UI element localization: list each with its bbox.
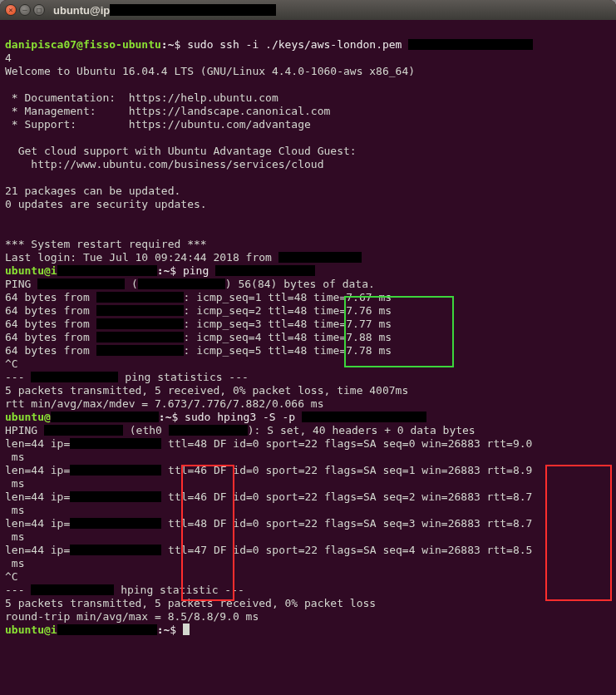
redacted bbox=[70, 438, 161, 449]
redacted bbox=[37, 278, 125, 289]
output: : icmp_seq=2 ttl=48 time=7.76 ms bbox=[184, 304, 392, 317]
output: : icmp_seq=4 ttl=48 time=7.88 ms bbox=[184, 331, 392, 343]
cursor bbox=[183, 624, 190, 635]
output: ^C bbox=[5, 357, 18, 370]
redacted bbox=[96, 345, 184, 356]
output: ( bbox=[125, 278, 138, 290]
output: ) 56(84) bytes of data. bbox=[225, 278, 375, 290]
output: Get cloud support with Ubuntu Advantage … bbox=[5, 145, 357, 157]
prompt-dollar: $ bbox=[171, 411, 185, 423]
output: 64 bytes from bbox=[5, 344, 96, 357]
prompt-user: danipisca07@fisso-ubuntu bbox=[5, 38, 161, 51]
minimize-icon: – bbox=[22, 7, 27, 14]
output: len=44 ip= bbox=[5, 544, 70, 556]
prompt-path: ~ bbox=[168, 38, 175, 51]
output: ping statistics --- bbox=[118, 371, 249, 383]
output: 4 bbox=[5, 52, 12, 64]
output: 64 bytes from bbox=[5, 318, 96, 330]
redacted bbox=[70, 465, 161, 476]
output: len=44 ip= bbox=[5, 490, 70, 503]
output: http://www.ubuntu.com/business/services/… bbox=[5, 158, 324, 170]
output: ttl=46 DF id=0 sport=22 flags=SA seq=1 w… bbox=[161, 464, 532, 476]
output: ttl=48 DF id=0 sport=22 flags=SA seq=0 w… bbox=[161, 437, 532, 450]
output: ms bbox=[5, 530, 24, 543]
output: ttl=47 DF id=0 sport=22 flags=SA seq=4 w… bbox=[161, 544, 532, 556]
output: rtt min/avg/max/mdev = 7.673/7.776/7.882… bbox=[5, 397, 324, 410]
prompt-user: ubuntu@i bbox=[5, 624, 57, 636]
prompt-user: ubuntu@ bbox=[5, 411, 51, 423]
redacted bbox=[96, 332, 184, 343]
output: 64 bytes from bbox=[5, 291, 96, 303]
output: ms bbox=[5, 477, 24, 490]
maximize-icon: □ bbox=[37, 7, 41, 14]
output: len=44 ip= bbox=[5, 517, 70, 530]
output: --- bbox=[5, 584, 31, 596]
redacted bbox=[215, 265, 315, 276]
output: ms bbox=[5, 504, 24, 516]
prompt-user: ubuntu@i bbox=[5, 264, 57, 277]
output: (eth0 bbox=[123, 424, 169, 436]
output: : icmp_seq=5 ttl=48 time=7.78 ms bbox=[184, 344, 392, 357]
redacted bbox=[278, 252, 362, 263]
redacted bbox=[408, 39, 533, 50]
redacted bbox=[44, 425, 123, 436]
close-icon: × bbox=[8, 7, 12, 14]
minimize-button[interactable]: – bbox=[19, 4, 31, 16]
redacted bbox=[57, 624, 157, 635]
output: : icmp_seq=1 ttl=48 time=7.67 ms bbox=[184, 291, 392, 303]
output: HPING bbox=[5, 424, 44, 436]
prompt-dollar: $ bbox=[170, 624, 183, 636]
title-bar[interactable]: × – □ ubuntu@ip bbox=[0, 0, 616, 20]
redacted bbox=[169, 425, 248, 436]
output: Welcome to Ubuntu 16.04.4 LTS (GNU/Linux… bbox=[5, 65, 415, 77]
output: hping statistic --- bbox=[114, 584, 244, 596]
redacted bbox=[70, 518, 161, 529]
prompt-dollar: $ bbox=[175, 38, 188, 51]
cmd: ping bbox=[183, 264, 215, 277]
output: ttl=48 DF id=0 sport=22 flags=SA seq=3 w… bbox=[161, 517, 532, 530]
window-title: ubuntu@ip bbox=[53, 4, 276, 17]
redacted bbox=[31, 372, 118, 382]
redacted bbox=[70, 491, 161, 502]
output: *** System restart required *** bbox=[5, 238, 207, 250]
output: round-trip min/avg/max = 8.5/8.8/9.0 ms bbox=[5, 610, 259, 623]
redacted bbox=[31, 584, 114, 595]
redacted bbox=[96, 305, 184, 316]
output: ttl=46 DF id=0 sport=22 flags=SA seq=2 w… bbox=[161, 490, 532, 503]
cmd: sudo hping3 -S -p bbox=[185, 411, 302, 423]
redacted bbox=[110, 4, 276, 16]
output: 0 updates are security updates. bbox=[5, 198, 207, 210]
redacted bbox=[302, 412, 426, 422]
redacted bbox=[57, 265, 157, 276]
redacted bbox=[51, 412, 159, 422]
terminal-body[interactable]: danipisca07@fisso-ubuntu:~$ sudo ssh -i … bbox=[0, 20, 616, 655]
cmd: sudo ssh -i ./keys/aws-london.pem bbox=[187, 38, 408, 51]
output: * Support: https://ubuntu.com/advantage bbox=[5, 118, 311, 131]
redacted bbox=[96, 292, 184, 303]
output: len=44 ip= bbox=[5, 437, 70, 450]
output: 21 packages can be updated. bbox=[5, 185, 180, 197]
close-button[interactable]: × bbox=[5, 4, 17, 16]
output: ^C bbox=[5, 570, 18, 583]
output: * Management: https://landscape.canonica… bbox=[5, 105, 330, 117]
output: PING bbox=[5, 278, 37, 290]
terminal-window: × – □ ubuntu@ip danipisca07@fisso-ubuntu… bbox=[0, 0, 616, 695]
maximize-button[interactable]: □ bbox=[33, 4, 45, 16]
prompt-dollar: $ bbox=[170, 264, 183, 277]
window-button-group: × – □ bbox=[5, 4, 45, 16]
prompt-sep: : bbox=[161, 38, 168, 51]
output: 5 packets transmitted, 5 packets receive… bbox=[5, 597, 376, 609]
output: 64 bytes from bbox=[5, 304, 96, 317]
title-user: ubuntu@ip bbox=[53, 4, 110, 17]
output: ): S set, 40 headers + 0 data bytes bbox=[248, 424, 476, 436]
redacted bbox=[138, 278, 225, 289]
output: : icmp_seq=3 ttl=48 time=7.77 ms bbox=[184, 318, 392, 330]
output: * Documentation: https://help.ubuntu.com bbox=[5, 91, 278, 104]
output: ms bbox=[5, 451, 24, 463]
output: Last login: Tue Jul 10 09:24:44 2018 fro… bbox=[5, 251, 278, 264]
prompt-sep: : bbox=[159, 411, 165, 423]
output: ms bbox=[5, 557, 24, 569]
output: len=44 ip= bbox=[5, 464, 70, 476]
redacted bbox=[96, 318, 184, 329]
output: 64 bytes from bbox=[5, 331, 96, 343]
